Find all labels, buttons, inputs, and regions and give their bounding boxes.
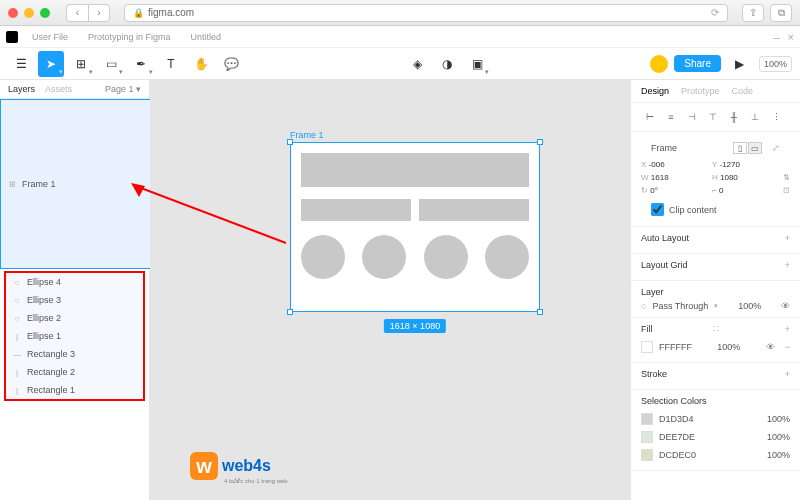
add-auto-layout[interactable]: + — [785, 233, 790, 243]
layer-item[interactable]: |Rectangle 1 — [6, 381, 143, 399]
window-minimize[interactable]: – — [773, 31, 779, 43]
ellipse-icon: ○ — [12, 314, 22, 323]
window-traffic-lights[interactable] — [8, 8, 50, 18]
component-tool[interactable]: ◈ — [404, 51, 430, 77]
comment-tool[interactable]: 💬 — [218, 51, 244, 77]
h-input[interactable]: 1080 — [720, 173, 738, 182]
constrain-icon[interactable]: ⇅ — [783, 173, 790, 182]
align-top[interactable]: ⊤ — [704, 109, 722, 125]
selected-frame[interactable]: 1618 × 1080 — [290, 142, 540, 312]
close-window-icon[interactable] — [8, 8, 18, 18]
align-bottom[interactable]: ⊥ — [746, 109, 764, 125]
fill-visibility-icon[interactable]: 👁 — [766, 342, 775, 352]
tab-code[interactable]: Code — [732, 86, 754, 96]
sel-color-swatch[interactable] — [641, 449, 653, 461]
layer-item[interactable]: ○Ellipse 4 — [6, 273, 143, 291]
align-right[interactable]: ⊣ — [683, 109, 701, 125]
page-selector[interactable]: Page 1 ▾ — [105, 84, 141, 94]
frame-tool[interactable]: ⊞▾ — [68, 51, 94, 77]
canvas-ellipse[interactable] — [362, 235, 406, 279]
fill-style-icon[interactable]: ∷ — [713, 324, 719, 334]
figma-logo[interactable] — [6, 31, 18, 43]
add-fill[interactable]: + — [785, 324, 790, 334]
clip-content-checkbox[interactable] — [651, 203, 664, 216]
corner-detail-icon[interactable]: ⊡ — [783, 186, 790, 195]
add-stroke[interactable]: + — [785, 369, 790, 379]
layer-item[interactable]: |Ellipse 1 — [6, 327, 143, 345]
blend-mode[interactable]: Pass Through — [652, 301, 708, 311]
canvas-rect[interactable] — [301, 199, 411, 221]
address-bar[interactable]: 🔒 figma.com ⟳ — [124, 4, 728, 22]
tab-design[interactable]: Design — [641, 86, 669, 96]
canvas-ellipse[interactable] — [485, 235, 529, 279]
canvas-ellipse[interactable] — [301, 235, 345, 279]
menu-button[interactable]: ☰ — [8, 51, 34, 77]
frame-type-label[interactable]: Frame — [651, 143, 727, 153]
sel-color-swatch[interactable] — [641, 413, 653, 425]
frame-title[interactable]: Frame 1 — [290, 130, 540, 140]
corner-input[interactable]: 0 — [719, 186, 723, 195]
align-hcenter[interactable]: ≡ — [662, 109, 680, 125]
properties-panel: Design Prototype Code ⊢ ≡ ⊣ ⊤ ╫ ⊥ ⋮ Fram… — [630, 80, 800, 500]
orientation-toggle[interactable]: ▯▭ — [733, 142, 762, 154]
resize-handle[interactable] — [537, 139, 543, 145]
w-input[interactable]: 1618 — [651, 173, 669, 182]
resize-handle[interactable] — [287, 139, 293, 145]
visibility-icon[interactable]: 👁 — [781, 301, 790, 311]
user-avatar[interactable] — [650, 55, 668, 73]
align-left[interactable]: ⊢ — [641, 109, 659, 125]
move-tool[interactable]: ➤▾ — [38, 51, 64, 77]
add-layout-grid[interactable]: + — [785, 260, 790, 270]
back-button[interactable]: ‹ — [66, 4, 88, 22]
canvas-rect[interactable] — [301, 153, 529, 187]
forward-button[interactable]: › — [88, 4, 110, 22]
minimize-window-icon[interactable] — [24, 8, 34, 18]
layer-item[interactable]: ○Ellipse 2 — [6, 309, 143, 327]
share-button[interactable]: Share — [674, 55, 721, 72]
file-tab-2[interactable]: Prototyping in Figma — [82, 32, 177, 42]
layer-item[interactable]: |Rectangle 2 — [6, 363, 143, 381]
refresh-icon[interactable]: ⟳ — [711, 7, 719, 18]
resize-fit[interactable]: ⤢ — [772, 143, 780, 153]
layer-item[interactable]: ○Ellipse 3 — [6, 291, 143, 309]
maximize-window-icon[interactable] — [40, 8, 50, 18]
rotation-input[interactable]: 0° — [650, 186, 658, 195]
present-button[interactable]: ▶ — [727, 51, 753, 77]
url-text: figma.com — [148, 7, 194, 18]
fill-hex[interactable]: FFFFFF — [659, 342, 692, 352]
boolean-tool[interactable]: ▣▾ — [464, 51, 490, 77]
mask-tool[interactable]: ◑ — [434, 51, 460, 77]
canvas-ellipse[interactable] — [424, 235, 468, 279]
zoom-level[interactable]: 100% — [759, 56, 792, 72]
share-icon[interactable]: ⇪ — [742, 4, 764, 22]
shape-tool[interactable]: ▭▾ — [98, 51, 124, 77]
tab-assets[interactable]: Assets — [45, 84, 72, 94]
text-tool[interactable]: T — [158, 51, 184, 77]
fill-opacity[interactable]: 100% — [717, 342, 740, 352]
layer-opacity[interactable]: 100% — [738, 301, 761, 311]
layer-item[interactable]: —Rectangle 3 — [6, 345, 143, 363]
tab-layers[interactable]: Layers — [8, 84, 35, 94]
window-close[interactable]: × — [788, 31, 794, 43]
fill-swatch[interactable] — [641, 341, 653, 353]
sel-color-swatch[interactable] — [641, 431, 653, 443]
auto-layout-title: Auto Layout — [641, 233, 689, 243]
tabs-icon[interactable]: ⧉ — [770, 4, 792, 22]
remove-fill[interactable]: − — [785, 342, 790, 352]
ellipse-icon: ○ — [12, 296, 22, 305]
distribute[interactable]: ⋮ — [767, 109, 785, 125]
x-input[interactable]: -006 — [649, 160, 665, 169]
canvas[interactable]: Frame 1 — [150, 80, 630, 500]
y-input[interactable]: -1270 — [719, 160, 739, 169]
dimension-badge: 1618 × 1080 — [384, 319, 446, 333]
resize-handle[interactable] — [537, 309, 543, 315]
file-tab-3[interactable]: Untitled — [185, 32, 228, 42]
file-tab-1[interactable]: User File — [26, 32, 74, 42]
canvas-rect[interactable] — [419, 199, 529, 221]
tab-prototype[interactable]: Prototype — [681, 86, 720, 96]
hand-tool[interactable]: ✋ — [188, 51, 214, 77]
resize-handle[interactable] — [287, 309, 293, 315]
pen-tool[interactable]: ✒▾ — [128, 51, 154, 77]
annrow — [131, 183, 291, 303]
align-vcenter[interactable]: ╫ — [725, 109, 743, 125]
